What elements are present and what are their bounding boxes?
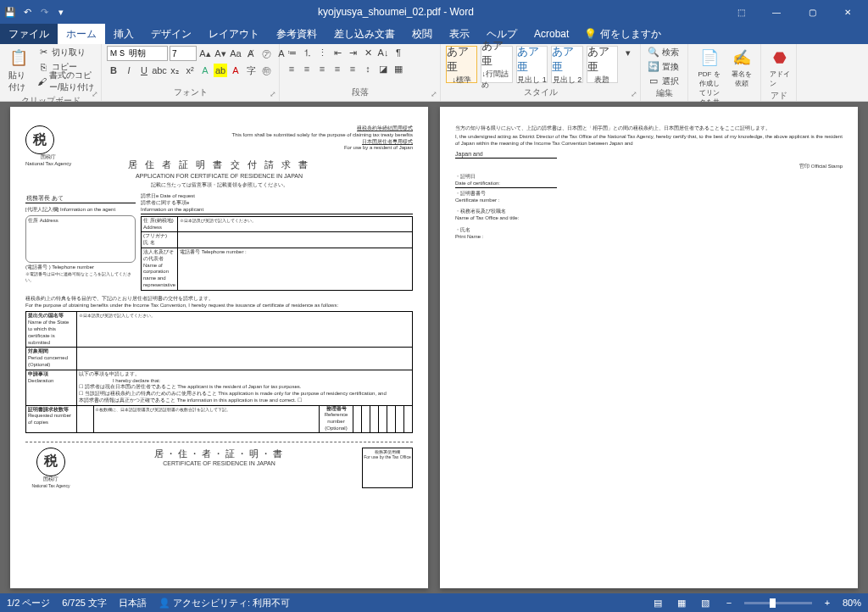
styles-more-icon[interactable]: ▾	[621, 46, 635, 59]
group-font-label: フォント	[107, 86, 274, 99]
tab-view[interactable]: 表示	[441, 24, 478, 44]
page-count[interactable]: 1/2 ページ	[7, 597, 50, 609]
para-launcher-icon[interactable]: ⤢	[431, 90, 437, 98]
align-center-icon[interactable]: ≡	[300, 62, 314, 75]
replace-icon: 🔄	[648, 61, 659, 73]
tab-references[interactable]: 参考資料	[268, 24, 326, 44]
shrink-font-icon[interactable]: A▾	[214, 47, 227, 60]
enclose-char-icon[interactable]: ㊞	[259, 64, 273, 77]
distribute-icon[interactable]: ≡	[346, 62, 359, 75]
undo-icon[interactable]: ↶	[20, 5, 34, 19]
cursor-icon: ▭	[648, 75, 659, 87]
borders-icon[interactable]: ▦	[392, 62, 405, 75]
lightbulb-icon: 💡	[584, 28, 597, 40]
clipboard-icon: 📋	[8, 47, 29, 68]
decrease-indent-icon[interactable]: ⇤	[331, 46, 344, 59]
tab-insert[interactable]: 挿入	[105, 24, 142, 44]
justify-icon[interactable]: ≡	[331, 62, 344, 75]
ribbon: 📋貼り付け ✂切り取り ⎘コピー 🖌書式のコピー/貼り付け クリップボード ⤢ …	[0, 44, 868, 102]
web-layout-icon[interactable]: ▧	[697, 596, 714, 609]
styles-launcher-icon[interactable]: ⤢	[631, 90, 637, 98]
zoom-out-icon[interactable]: −	[721, 596, 737, 609]
maximize-icon[interactable]: ▢	[795, 2, 829, 22]
find-button[interactable]: 🔍検索	[646, 46, 681, 58]
style-heading1[interactable]: あア亜見出し 1	[516, 46, 548, 83]
language[interactable]: 日本語	[119, 597, 147, 609]
addin-icon: ⬣	[770, 47, 790, 68]
copy-icon: ⎘	[37, 61, 49, 73]
tab-mailings[interactable]: 差し込み文書	[326, 24, 403, 44]
accessibility-status[interactable]: 👤 アクセシビリティ: 利用不可	[159, 597, 290, 609]
change-case-icon[interactable]: Aa	[229, 47, 242, 60]
text-effects-icon[interactable]: A	[198, 64, 212, 77]
select-button[interactable]: ▭選択	[646, 75, 681, 87]
word-count[interactable]: 6/725 文字	[62, 597, 107, 609]
grow-font-icon[interactable]: A▴	[198, 47, 212, 60]
seal-icon-2: 税	[36, 448, 65, 476]
group-styles-label: スタイル	[446, 86, 635, 99]
clipboard-launcher-icon[interactable]: ⤢	[92, 90, 98, 98]
subscript-icon[interactable]: x₂	[168, 64, 181, 77]
page-1: 税 国税庁 National Tax Agency 租税条約等締結国用様式 Th…	[10, 107, 428, 588]
document-area[interactable]: 税 国税庁 National Tax Agency 租税条約等締結国用様式 Th…	[0, 102, 868, 593]
style-normal[interactable]: あア亜↓標準	[446, 46, 477, 83]
line-spacing-icon[interactable]: ↕	[361, 62, 375, 75]
zoom-slider[interactable]	[744, 602, 812, 604]
bold-icon[interactable]: B	[107, 64, 120, 77]
numbering-icon[interactable]: ⒈	[300, 46, 314, 59]
style-title[interactable]: あア亜表題	[587, 46, 618, 83]
format-painter-button[interactable]: 🖌書式のコピー/貼り付け	[36, 75, 96, 87]
phonetic-guide-icon[interactable]: ㋐	[259, 47, 273, 60]
highlight-icon[interactable]: ab	[214, 64, 227, 77]
tab-home[interactable]: ホーム	[58, 24, 105, 44]
accessibility-icon: 👤	[159, 598, 170, 608]
read-mode-icon[interactable]: ▤	[649, 596, 666, 609]
ribbon-options-icon[interactable]: ⬚	[724, 2, 758, 22]
search-icon: 🔍	[648, 47, 659, 58]
tab-file[interactable]: ファイル	[0, 24, 58, 44]
tab-layout[interactable]: レイアウト	[200, 24, 268, 44]
clear-format-icon[interactable]: A̸	[244, 47, 258, 60]
align-left-icon[interactable]: ≡	[285, 62, 298, 75]
align-right-icon[interactable]: ≡	[315, 62, 329, 75]
char-shading-icon[interactable]: 字	[244, 64, 258, 77]
brush-icon: 🖌	[37, 75, 47, 87]
style-no-spacing[interactable]: あア亜↓行間詰め	[481, 46, 512, 83]
show-marks-icon[interactable]: ¶	[392, 46, 405, 59]
print-layout-icon[interactable]: ▦	[673, 596, 690, 609]
replace-button[interactable]: 🔄置換	[646, 60, 681, 73]
style-heading2[interactable]: あア亜見出し 2	[551, 46, 582, 83]
tab-acrobat[interactable]: Acrobat	[526, 24, 577, 44]
title-bar: 💾 ↶ ↷ ▾ kyojyusya_shoumei_02.pdf - Word …	[0, 0, 868, 24]
shading-icon[interactable]: ◪	[376, 62, 390, 75]
tab-design[interactable]: デザイン	[142, 24, 200, 44]
doc-title: 居 住 者 証 明 書 交 付 請 求 書	[25, 159, 413, 170]
font-size-select[interactable]	[170, 46, 197, 61]
italic-icon[interactable]: I	[122, 64, 136, 77]
font-launcher-icon[interactable]: ⤢	[270, 90, 276, 98]
close-icon[interactable]: ✕	[831, 2, 865, 22]
superscript-icon[interactable]: x²	[183, 64, 197, 77]
tab-review[interactable]: 校閲	[403, 24, 441, 44]
zoom-in-icon[interactable]: +	[819, 596, 836, 609]
bullets-icon[interactable]: ≔	[285, 46, 298, 59]
qat-dropdown-icon[interactable]: ▾	[54, 5, 68, 19]
increase-indent-icon[interactable]: ⇥	[346, 46, 359, 59]
multilevel-icon[interactable]: ⋮	[315, 46, 329, 59]
cut-button[interactable]: ✂切り取り	[36, 46, 96, 58]
minimize-icon[interactable]: ―	[760, 2, 793, 22]
sort-icon[interactable]: A↓	[376, 46, 390, 59]
asian-layout-icon[interactable]: ✕	[361, 46, 375, 59]
save-icon[interactable]: 💾	[3, 5, 17, 19]
strike-icon[interactable]: abc	[153, 64, 166, 77]
underline-icon[interactable]: U	[137, 64, 151, 77]
paste-button[interactable]: 📋貼り付け	[5, 46, 32, 95]
request-sign-button[interactable]: ✍署名を依頼	[728, 46, 755, 90]
font-name-select[interactable]	[107, 46, 168, 61]
tell-me-search[interactable]: 💡何をしますか	[584, 27, 661, 42]
page-2: 当方の知り得る限りにおいて、上記の請求書は、日本国と「相手国」との間の租税条約上…	[440, 107, 858, 588]
zoom-level[interactable]: 80%	[843, 598, 861, 608]
addins-button[interactable]: ⬣アドイン	[766, 46, 793, 90]
font-color-icon[interactable]: A	[229, 64, 242, 77]
redo-icon[interactable]: ↷	[37, 5, 51, 19]
